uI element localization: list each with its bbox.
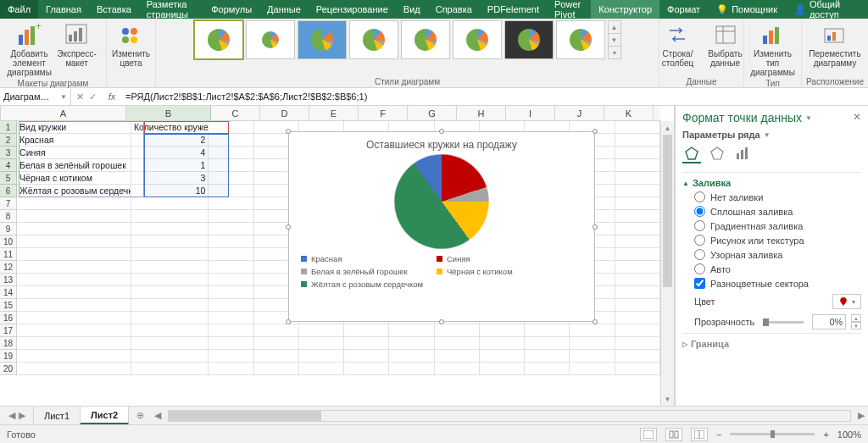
row-header[interactable]: 13 bbox=[0, 274, 17, 286]
cell[interactable] bbox=[570, 363, 615, 375]
col-header-L[interactable]: L bbox=[654, 106, 675, 120]
style-6[interactable] bbox=[453, 20, 502, 59]
col-header-I[interactable]: I bbox=[506, 106, 555, 120]
quick-layout-button[interactable]: Экспресс-макет bbox=[55, 20, 99, 69]
name-box[interactable]: Диаграм… ▼ bbox=[0, 88, 71, 105]
row-header[interactable]: 2 bbox=[0, 134, 17, 147]
cell[interactable] bbox=[131, 248, 209, 261]
cell[interactable] bbox=[209, 134, 253, 147]
cell[interactable] bbox=[131, 235, 209, 248]
chart-title[interactable]: Оставшиеся кружки на продажу bbox=[289, 132, 594, 154]
cell[interactable] bbox=[17, 286, 131, 299]
cell[interactable] bbox=[254, 363, 299, 375]
legend-item[interactable]: Жёлтая с розовым сердечком bbox=[301, 280, 423, 289]
cell[interactable] bbox=[615, 223, 660, 235]
view-normal[interactable] bbox=[640, 428, 657, 441]
cell[interactable] bbox=[131, 274, 209, 286]
cell[interactable] bbox=[299, 337, 344, 350]
move-chart-button[interactable]: Переместить диаграмму bbox=[805, 20, 865, 69]
zoom-out[interactable]: − bbox=[716, 429, 721, 440]
chevron-down-icon[interactable]: ▼ bbox=[805, 114, 812, 122]
col-header-B[interactable]: B bbox=[126, 106, 211, 120]
cell[interactable] bbox=[209, 159, 253, 172]
scroll-up[interactable]: ▲ bbox=[661, 121, 674, 135]
cell[interactable]: 4 bbox=[131, 147, 209, 159]
formula-enter[interactable]: ✓ bbox=[89, 91, 97, 102]
view-pagebreak[interactable] bbox=[691, 428, 708, 441]
cell[interactable] bbox=[131, 261, 209, 274]
add-chart-element-button[interactable]: + Добавить элемент диаграммы bbox=[8, 20, 52, 79]
cell[interactable] bbox=[615, 197, 660, 210]
tab-file[interactable]: Файл bbox=[0, 0, 38, 19]
scroll-down[interactable]: ▼ bbox=[661, 392, 674, 406]
cell[interactable] bbox=[131, 312, 209, 324]
cell[interactable] bbox=[131, 350, 209, 363]
cell[interactable] bbox=[525, 363, 570, 375]
pie-plot[interactable] bbox=[394, 154, 489, 249]
cell[interactable]: Количество кружек bbox=[131, 121, 209, 134]
cell[interactable] bbox=[209, 147, 253, 159]
effects-tab[interactable] bbox=[708, 145, 726, 163]
close-pane-button[interactable]: ✕ bbox=[853, 111, 861, 123]
style-2[interactable] bbox=[246, 20, 295, 59]
series-options-tab[interactable] bbox=[733, 145, 752, 163]
row-header[interactable]: 17 bbox=[0, 324, 17, 337]
formula-cancel[interactable]: ✕ bbox=[76, 91, 84, 102]
cell[interactable] bbox=[615, 210, 660, 223]
cell[interactable] bbox=[570, 337, 615, 350]
cell[interactable]: Жёлтая с розовым сердечком bbox=[17, 185, 131, 197]
zoom-slider[interactable] bbox=[730, 433, 815, 435]
add-sheet-button[interactable]: ⊕ bbox=[129, 407, 151, 424]
row-header[interactable]: 1 bbox=[0, 121, 17, 134]
row-header[interactable]: 10 bbox=[0, 235, 17, 248]
tab-powerpivot[interactable]: Power Pivot bbox=[547, 0, 591, 19]
cell[interactable] bbox=[615, 185, 660, 197]
cell[interactable] bbox=[389, 324, 434, 337]
cell[interactable] bbox=[209, 363, 253, 375]
row-header[interactable]: 19 bbox=[0, 350, 17, 363]
cell[interactable]: Красная bbox=[17, 134, 131, 147]
change-colors-button[interactable]: Изменить цвета bbox=[109, 20, 153, 69]
cell[interactable] bbox=[209, 235, 253, 248]
cell[interactable] bbox=[615, 299, 660, 312]
chart-legend[interactable]: КраснаяСиняяБелая в зелёный горошекЧёрна… bbox=[289, 249, 594, 294]
cell[interactable] bbox=[17, 350, 131, 363]
cell[interactable] bbox=[480, 363, 525, 375]
col-header-J[interactable]: J bbox=[555, 106, 604, 120]
share-button[interactable]: 👤 Общий доступ bbox=[786, 0, 868, 19]
fill-section-header[interactable]: ▲Заливка bbox=[682, 178, 861, 188]
tab-review[interactable]: Рецензирование bbox=[309, 0, 396, 19]
cell[interactable] bbox=[299, 350, 344, 363]
color-dropdown[interactable]: ▼ bbox=[832, 294, 861, 309]
row-header[interactable]: 3 bbox=[0, 147, 17, 159]
cell[interactable] bbox=[131, 286, 209, 299]
cell[interactable] bbox=[344, 337, 389, 350]
cell[interactable] bbox=[615, 159, 660, 172]
zoom-level[interactable]: 100% bbox=[837, 429, 861, 440]
col-header-K[interactable]: K bbox=[604, 106, 654, 120]
cell[interactable] bbox=[615, 324, 660, 337]
cell[interactable] bbox=[480, 324, 525, 337]
col-header-D[interactable]: D bbox=[260, 106, 309, 120]
cell[interactable] bbox=[389, 350, 434, 363]
fill-solid-radio[interactable]: Сплошная заливка bbox=[694, 206, 861, 217]
row-header[interactable]: 16 bbox=[0, 312, 17, 324]
tab-pdfelement[interactable]: PDFelement bbox=[480, 0, 547, 19]
switch-rowcol-button[interactable]: Строка/столбец bbox=[656, 20, 700, 69]
cell[interactable] bbox=[131, 210, 209, 223]
cell[interactable] bbox=[615, 121, 660, 134]
fill-none-radio[interactable]: Нет заливки bbox=[694, 191, 861, 202]
cell[interactable] bbox=[17, 312, 131, 324]
cell[interactable] bbox=[525, 324, 570, 337]
cell[interactable] bbox=[254, 337, 299, 350]
formula-bar[interactable]: =РЯД(Лист2!$B$1;Лист2!$A$2:$A$6;Лист2!$B… bbox=[122, 91, 868, 102]
chart-object[interactable]: Оставшиеся кружки на продажу КраснаяСиня… bbox=[288, 131, 595, 322]
style-3[interactable] bbox=[298, 20, 347, 59]
cell[interactable] bbox=[17, 274, 131, 286]
row-header[interactable]: 15 bbox=[0, 299, 17, 312]
cell[interactable] bbox=[209, 223, 253, 235]
cell[interactable] bbox=[435, 350, 480, 363]
cell[interactable] bbox=[435, 337, 480, 350]
cell[interactable] bbox=[389, 337, 434, 350]
cell[interactable] bbox=[344, 324, 389, 337]
